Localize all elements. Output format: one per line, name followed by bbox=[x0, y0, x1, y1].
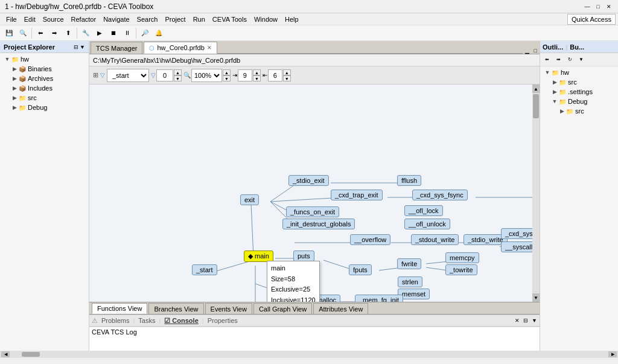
menu-search[interactable]: Search bbox=[133, 13, 162, 25]
menu-project[interactable]: Project bbox=[161, 13, 189, 25]
step1-up[interactable]: ▲ bbox=[253, 69, 261, 75]
node-memcpy[interactable]: memcpy bbox=[445, 252, 479, 263]
close-button[interactable]: ✕ bbox=[605, 2, 613, 11]
tree-item-archives[interactable]: ▶ 📦 Archives bbox=[0, 74, 89, 83]
tab-attributes-view[interactable]: Attributes View bbox=[313, 303, 368, 314]
console-tab-console[interactable]: ☑ Console bbox=[164, 317, 198, 325]
menu-ceva-tools[interactable]: CEVA Tools bbox=[209, 13, 250, 25]
scroll-down-button[interactable]: ▼ bbox=[532, 293, 540, 302]
tree-item-binaries[interactable]: ▶ 📦 Binaries bbox=[0, 64, 89, 74]
scroll-left-button[interactable]: ◀ bbox=[1, 351, 10, 357]
menu-help[interactable]: Help bbox=[281, 13, 302, 25]
toolbar-btn-1[interactable]: 💾 bbox=[2, 27, 16, 40]
tree-item-src[interactable]: ▶ 📁 src bbox=[0, 93, 89, 103]
step2-up[interactable]: ▲ bbox=[283, 69, 291, 75]
menu-source[interactable]: Source bbox=[39, 13, 68, 25]
node-towrite[interactable]: _towrite bbox=[445, 264, 477, 275]
scroll-right-button[interactable]: ▶ bbox=[608, 351, 617, 357]
right-tree-item-src[interactable]: ▶ 📁 src bbox=[540, 77, 618, 87]
toolbar-btn-7[interactable]: ▶ bbox=[93, 27, 106, 40]
right-expand-debug-icon[interactable]: ▼ bbox=[551, 98, 558, 104]
node-exit[interactable]: exit bbox=[240, 194, 259, 205]
right-toolbar-btn-1[interactable]: ⬅ bbox=[541, 54, 552, 65]
project-explorer-menu-button[interactable]: ▼ bbox=[80, 44, 85, 50]
expand-debug-icon[interactable]: ▶ bbox=[11, 104, 18, 110]
right-expand-debug-src-icon[interactable]: ▶ bbox=[558, 108, 565, 114]
right-expand-settings-icon[interactable]: ▶ bbox=[551, 89, 558, 95]
right-expand-hw-icon[interactable]: ▼ bbox=[544, 69, 551, 75]
tab-functions-view[interactable]: Functions View bbox=[92, 303, 147, 314]
toolbar-btn-10[interactable]: 🔎 bbox=[138, 27, 151, 40]
tree-item-debug[interactable]: ▶ 📁 Debug bbox=[0, 103, 89, 112]
toolbar-btn-3[interactable]: ⬅ bbox=[34, 27, 47, 40]
right-tree-item-settings[interactable]: ▶ 📁 .settings bbox=[540, 87, 618, 97]
menu-window[interactable]: Window bbox=[250, 13, 281, 25]
horizontal-scrollbar[interactable]: ◀ ▶ bbox=[0, 351, 618, 358]
graph-scrollbar[interactable]: ▲ ▼ bbox=[532, 85, 540, 302]
right-expand-src-icon[interactable]: ▶ bbox=[551, 79, 558, 85]
node-ofl-lock[interactable]: __ofl_lock bbox=[404, 205, 443, 216]
node-mem-fg-init[interactable]: _mem_fg_init bbox=[355, 295, 403, 302]
console-scroll-lock-button[interactable]: ⊟ bbox=[523, 318, 528, 324]
console-menu-button[interactable]: ▼ bbox=[532, 318, 537, 324]
tab-close-hw-core[interactable]: ✕ bbox=[207, 45, 212, 51]
node-start[interactable]: _start bbox=[192, 264, 217, 275]
tab-events-view[interactable]: Events View bbox=[205, 303, 252, 314]
step1-down[interactable]: ▼ bbox=[253, 75, 261, 81]
menu-run[interactable]: Run bbox=[190, 13, 209, 25]
panel-minimize-button[interactable]: ▁ bbox=[523, 48, 532, 54]
right-toolbar-btn-3[interactable]: ↻ bbox=[564, 54, 575, 65]
toolbar-btn-4[interactable]: ➡ bbox=[48, 27, 61, 40]
expand-binaries-icon[interactable]: ▶ bbox=[11, 66, 18, 72]
node-init-destruct-globals[interactable]: _init_destruct_globals bbox=[282, 219, 355, 229]
right-tree-item-debug-src[interactable]: ▶ 📁 src bbox=[540, 106, 618, 116]
node-strlen[interactable]: strlen bbox=[398, 276, 422, 287]
node-stdio-exit[interactable]: _stdio_exit bbox=[288, 175, 329, 186]
menu-edit[interactable]: Edit bbox=[21, 13, 39, 25]
start-node-select[interactable]: _start bbox=[107, 69, 149, 82]
toolbar-btn-11[interactable]: 🔔 bbox=[152, 27, 165, 40]
collapse-all-button[interactable]: ⊟ bbox=[74, 44, 78, 50]
right-tree-item-debug[interactable]: ▼ 📁 Debug bbox=[540, 97, 618, 106]
step1-input[interactable] bbox=[238, 69, 252, 81]
right-toolbar-btn-4[interactable]: ▼ bbox=[576, 54, 587, 65]
tab-branches-view[interactable]: Branches View bbox=[148, 303, 203, 314]
menu-navigate[interactable]: Navigate bbox=[100, 13, 133, 25]
h-scrollbar-thumb[interactable] bbox=[22, 352, 40, 357]
toolbar-btn-8[interactable]: ⏹ bbox=[107, 27, 120, 40]
tree-item-hw[interactable]: ▼ 📁 hw bbox=[0, 54, 89, 64]
menu-file[interactable]: File bbox=[2, 13, 21, 25]
expand-hw-icon[interactable]: ▼ bbox=[4, 56, 11, 62]
step2-input[interactable] bbox=[268, 69, 282, 81]
toolbar-btn-9[interactable]: ⏸ bbox=[121, 27, 134, 40]
tab-call-graph-view[interactable]: Call Graph View bbox=[253, 303, 312, 314]
zoom-spin-up[interactable]: ▲ bbox=[223, 69, 231, 75]
node-funcs-on-exit[interactable]: _funcs_on_exit bbox=[286, 206, 339, 217]
node-puts[interactable]: puts bbox=[293, 251, 314, 261]
scrollbar-thumb[interactable] bbox=[533, 94, 539, 118]
panel-maximize-button[interactable]: □ bbox=[532, 48, 540, 54]
node-fflush[interactable]: fflush bbox=[397, 175, 421, 186]
tree-item-includes[interactable]: ▶ 📦 Includes bbox=[0, 83, 89, 93]
right-tree-item-hw[interactable]: ▼ 📁 hw bbox=[540, 68, 618, 77]
filter-spin-down[interactable]: ▼ bbox=[174, 75, 182, 81]
zoom-select[interactable]: 100% bbox=[191, 69, 222, 82]
node-overflow[interactable]: __overflow bbox=[350, 234, 390, 245]
node-cxd-sys-fsync[interactable]: _cxd_sys_fsync bbox=[412, 190, 468, 200]
node-ofl-unlock[interactable]: __ofl_unlock bbox=[404, 219, 450, 229]
zoom-spin-down[interactable]: ▼ bbox=[223, 75, 231, 81]
expand-includes-icon[interactable]: ▶ bbox=[11, 85, 18, 91]
filter-value-input[interactable] bbox=[156, 69, 173, 81]
right-toolbar-btn-2[interactable]: ➡ bbox=[553, 54, 564, 65]
filter-spin-up[interactable]: ▲ bbox=[174, 69, 182, 75]
node-fputs[interactable]: fputs bbox=[349, 264, 372, 275]
expand-archives-icon[interactable]: ▶ bbox=[11, 75, 18, 81]
console-clear-button[interactable]: ✕ bbox=[515, 318, 520, 324]
menu-refactor[interactable]: Refactor bbox=[68, 13, 100, 25]
quick-access-input[interactable]: Quick Access bbox=[567, 14, 616, 25]
tab-hw-core[interactable]: ⬡ hw_Core0.prfdb ✕ bbox=[144, 42, 217, 54]
minimize-button[interactable]: — bbox=[583, 2, 591, 11]
console-tab-tasks[interactable]: Tasks bbox=[138, 317, 155, 324]
toolbar-btn-5[interactable]: ⬆ bbox=[62, 27, 75, 40]
scroll-up-button[interactable]: ▲ bbox=[532, 85, 540, 93]
